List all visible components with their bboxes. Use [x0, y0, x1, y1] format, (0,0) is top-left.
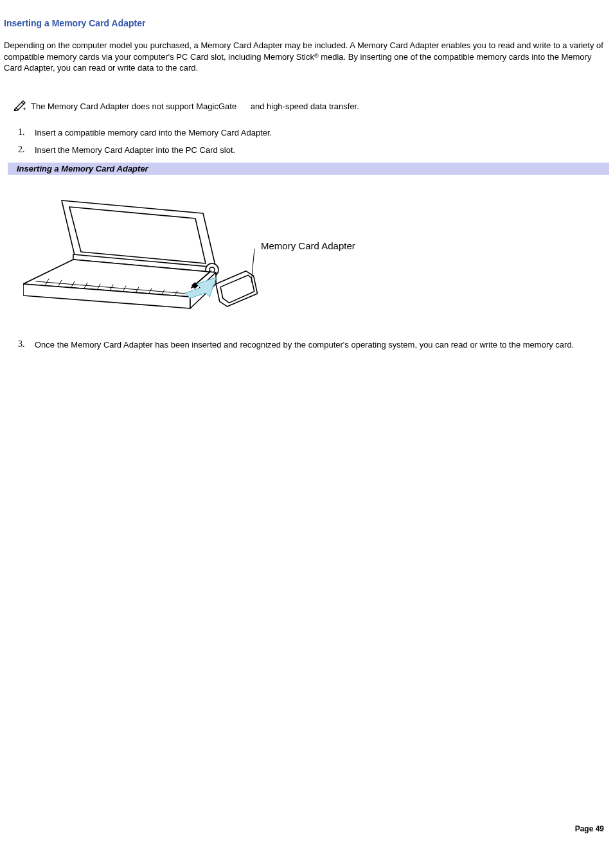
figure-label-text: Memory Card Adapter: [261, 240, 355, 251]
step-number: 3.: [4, 339, 26, 351]
steps-list-continued: 3. Once the Memory Card Adapter has been…: [4, 339, 609, 351]
laptop-illustration: Memory Card Adapter: [23, 188, 383, 316]
registered-mark: ®: [314, 53, 319, 59]
list-item: 3. Once the Memory Card Adapter has been…: [4, 339, 609, 351]
figure: Memory Card Adapter: [23, 188, 609, 316]
note-text: The Memory Card Adapter does not support…: [31, 102, 359, 111]
trademark-gap: [236, 102, 248, 111]
section-heading: Inserting a Memory Card Adapter: [4, 18, 609, 28]
intro-paragraph: Depending on the computer model you purc…: [4, 40, 609, 74]
note-block: The Memory Card Adapter does not support…: [13, 100, 609, 113]
step-text: Insert the Memory Card Adapter into the …: [26, 145, 609, 156]
step-text: Insert a compatible memory card into the…: [26, 127, 609, 139]
note-icon: [13, 100, 27, 113]
step-number: 2.: [4, 145, 26, 156]
page-number: Page 49: [575, 824, 604, 833]
figure-caption: Inserting a Memory Card Adapter: [8, 163, 609, 175]
steps-list: 1. Insert a compatible memory card into …: [4, 127, 609, 156]
note-part2: and high-speed data transfer.: [248, 102, 359, 111]
list-item: 1. Insert a compatible memory card into …: [4, 127, 609, 139]
note-part1: The Memory Card Adapter does not support…: [31, 102, 236, 111]
list-item: 2. Insert the Memory Card Adapter into t…: [4, 145, 609, 156]
step-text: Once the Memory Card Adapter has been in…: [26, 339, 609, 351]
step-number: 1.: [4, 127, 26, 139]
